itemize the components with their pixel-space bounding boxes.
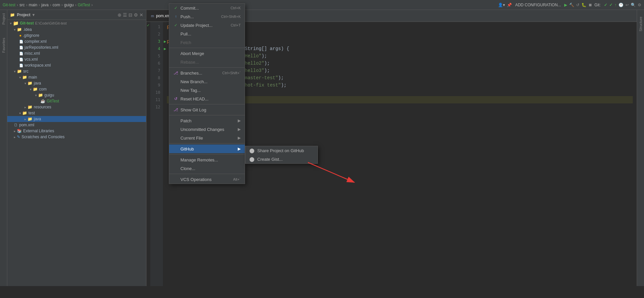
menu-item-update[interactable]: ✓ Update Project... Ctrl+T (169, 21, 245, 30)
menu-item-git-log[interactable]: ⎇ Show Git Log (169, 105, 245, 114)
push-icon: ↑ (173, 14, 178, 19)
menu-new-tag-label: New Tag... (180, 88, 201, 93)
branches-shortcut: Ctrl+Shift+` (222, 71, 241, 75)
menu-item-commit[interactable]: ✓ Commit... Ctrl+K (169, 4, 245, 12)
menu-manage-remotes-label: Manage Remotes... (180, 157, 218, 162)
submenu-share-label: Share Project on GitHub (257, 148, 304, 153)
branch-icon: ⎇ (173, 71, 178, 75)
menu-item-new-branch[interactable]: New Branch... (169, 77, 245, 86)
menu-pull-label: Pull... (180, 31, 191, 36)
separator-7 (169, 174, 245, 174)
menu-github-label: GitHub (180, 147, 194, 151)
github-submenu: ⬤ Share Project on GitHub ⬤ Create Gist.… (245, 146, 318, 164)
menu-item-push[interactable]: ↑ Push... Ctrl+Shift+K (169, 12, 245, 21)
menu-item-patch[interactable]: Patch ▶ (169, 116, 245, 125)
github-share-icon: ⬤ (249, 148, 255, 153)
separator-1 (169, 48, 245, 48)
menu-new-branch-label: New Branch... (180, 79, 208, 84)
menu-current-file-label: Current File (180, 136, 203, 141)
commit-shortcut: Ctrl+K (230, 6, 241, 10)
menu-item-github[interactable]: GitHub ▶ (169, 145, 245, 153)
current-file-arrow-icon: ▶ (238, 136, 241, 140)
separator-3 (169, 104, 245, 104)
separator-6 (169, 154, 245, 154)
menu-overlay: ✓ Commit... Ctrl+K ↑ Push... Ctrl+Shift+… (0, 0, 644, 298)
menu-vcs-ops-label: VCS Operations (180, 177, 212, 182)
menu-item-uncommitted[interactable]: Uncommitted Changes ▶ (169, 125, 245, 134)
update-shortcut: Ctrl+T (231, 23, 241, 27)
menu-push-label: Push... (180, 14, 194, 19)
menu-rebase-label: Rebase... (180, 60, 199, 65)
menu-reset-label: Reset HEAD... (180, 96, 209, 101)
menu-fetch-label: Fetch (180, 40, 191, 45)
uncommitted-arrow-icon: ▶ (238, 127, 241, 132)
git-dropdown-menu: ✓ Commit... Ctrl+K ↑ Push... Ctrl+Shift+… (169, 3, 245, 184)
github-arrow-icon: ▶ (238, 147, 241, 151)
separator-4 (169, 115, 245, 115)
menu-item-vcs-ops[interactable]: VCS Operations Alt+` (169, 175, 245, 184)
submenu-create-gist[interactable]: ⬤ Create Gist... (245, 155, 318, 163)
menu-item-pull[interactable]: Pull... (169, 30, 245, 38)
github-gist-icon: ⬤ (249, 156, 255, 162)
menu-item-clone[interactable]: Clone... (169, 164, 245, 173)
menu-abort-label: Abort Merge (180, 51, 204, 56)
push-shortcut: Ctrl+Shift+K (221, 15, 241, 19)
menu-item-abort-merge[interactable]: Abort Merge (169, 49, 245, 58)
log-icon: ⎇ (173, 107, 178, 112)
svg-line-1 (308, 162, 354, 182)
separator-2 (169, 67, 245, 68)
menu-item-current-file[interactable]: Current File ▶ (169, 134, 245, 142)
menu-clone-label: Clone... (180, 166, 195, 171)
patch-arrow-icon: ▶ (238, 118, 241, 123)
menu-patch-label: Patch (180, 118, 191, 123)
menu-item-fetch: Fetch (169, 38, 245, 47)
menu-item-rebase: Rebase... (169, 58, 245, 66)
update-icon: ✓ (173, 23, 178, 28)
menu-uncommitted-label: Uncommitted Changes (180, 127, 224, 132)
menu-item-reset-head[interactable]: ↺ Reset HEAD... (169, 94, 245, 103)
menu-item-new-tag[interactable]: New Tag... (169, 86, 245, 94)
menu-branches-label: Branches... (180, 71, 202, 76)
vcs-ops-shortcut: Alt+` (233, 177, 241, 181)
menu-update-label: Update Project... (180, 23, 213, 28)
menu-git-log-label: Show Git Log (180, 107, 206, 112)
menu-commit-label: Commit... (180, 6, 199, 11)
separator-5 (169, 143, 245, 144)
menu-item-branches[interactable]: ⎇ Branches... Ctrl+Shift+` (169, 69, 245, 77)
submenu-gist-label: Create Gist... (257, 157, 283, 162)
submenu-share-project[interactable]: ⬤ Share Project on GitHub (245, 146, 318, 155)
menu-item-manage-remotes[interactable]: Manage Remotes... (169, 155, 245, 164)
commit-icon: ✓ (173, 6, 178, 10)
reset-icon: ↺ (173, 96, 178, 101)
